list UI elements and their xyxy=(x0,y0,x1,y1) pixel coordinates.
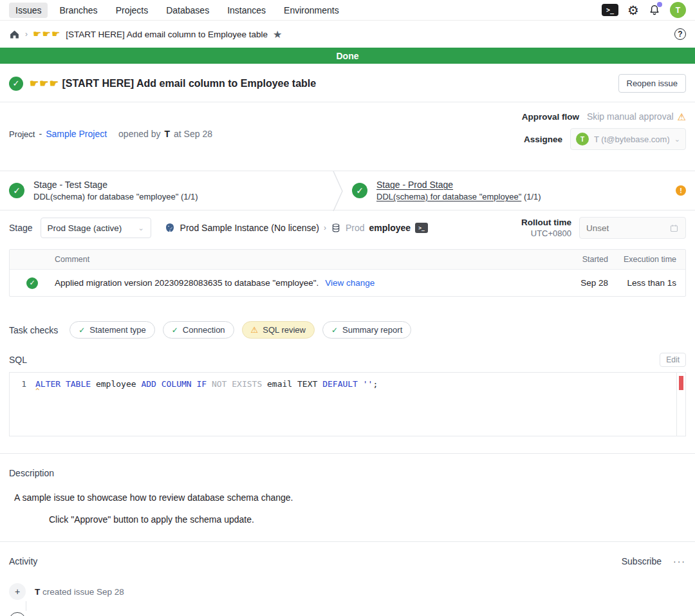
stage-title[interactable]: Stage - Prod Stage xyxy=(376,180,541,190)
sql-token: ALTER TABLE xyxy=(35,378,96,390)
sql-token: TEXT xyxy=(297,378,322,390)
database-icon xyxy=(331,223,341,233)
sql-label: SQL xyxy=(9,355,27,365)
star-icon[interactable]: ★ xyxy=(273,28,282,41)
issue-title: ☛☛☛ [START HERE] Add email column to Emp… xyxy=(30,77,316,89)
database-environment: Prod xyxy=(346,223,365,233)
warning-triangle-icon[interactable]: ⚠ xyxy=(678,112,686,122)
task-comment-table: Comment Started Execution time ✓ Applied… xyxy=(9,249,686,297)
check-pill-statement-type[interactable]: ✓ Statement type xyxy=(70,321,155,339)
opened-at: at Sep 28 xyxy=(174,129,212,139)
home-icon[interactable] xyxy=(9,29,20,40)
status-banner: Done xyxy=(0,48,695,64)
activity-timeline: + T created issue Sep 28 T rolled out Ta… xyxy=(0,566,695,616)
check-pill-connection[interactable]: ✓ Connection xyxy=(163,321,234,339)
help-icon[interactable]: ? xyxy=(674,28,686,40)
subscribe-button[interactable]: Subscribe xyxy=(622,556,662,566)
stage-subtitle-main: DDL(schema) for database "employee" xyxy=(33,192,178,201)
sql-editor-terminal-icon[interactable]: >_ xyxy=(602,4,618,16)
nav-item-branches[interactable]: Branches xyxy=(53,3,104,18)
topnav-right: >_ ⚙ T xyxy=(602,2,686,18)
row-started: Sep 28 xyxy=(566,278,617,288)
sql-token: DEFAULT xyxy=(322,378,363,390)
gear-icon[interactable]: ⚙ xyxy=(627,4,639,17)
activity-date: Sep 28 xyxy=(97,587,124,597)
chevron-right-icon: › xyxy=(324,223,326,232)
description-text: A sample issue to showcase how to review… xyxy=(14,492,686,503)
stage-texts: Stage - Prod Stage DDL(schema) for datab… xyxy=(376,180,541,201)
stage-card-test[interactable]: ✓ Stage - Test Stage DDL(schema) for dat… xyxy=(0,171,333,210)
view-change-link[interactable]: View change xyxy=(325,278,375,288)
breadcrumb-chevron-icon: › xyxy=(25,30,28,39)
rollout-time-input[interactable] xyxy=(586,223,664,233)
check-pill-label: Summary report xyxy=(342,325,402,335)
assignee-label: Assignee xyxy=(524,135,562,144)
instance-name[interactable]: Prod Sample Instance (No license) xyxy=(180,223,319,233)
approval-flow-text: Skip manual approval xyxy=(587,111,674,122)
check-warning-icon: ⚠ xyxy=(251,325,259,335)
assignee-row: Assignee T T (t@bytebase.com) ⌄ xyxy=(441,128,686,150)
editor-scrollbar[interactable] xyxy=(676,373,685,436)
col-comment: Comment xyxy=(55,255,566,264)
activity-header: Activity Subscribe ··· xyxy=(0,542,695,566)
approval-flow-value: Skip manual approval ⚠ xyxy=(587,111,686,122)
status-banner-label: Done xyxy=(337,51,359,61)
sql-section-header: SQL Edit xyxy=(0,339,695,372)
stage-alert-icon[interactable]: ! xyxy=(676,185,686,196)
created-icon: + xyxy=(9,583,26,600)
sql-token: NOT EXISTS xyxy=(212,378,267,390)
stage-select[interactable]: Prod Stage (active) ⌄ xyxy=(41,218,151,238)
edit-sql-button[interactable]: Edit xyxy=(660,353,686,367)
database-name[interactable]: employee xyxy=(369,223,411,233)
stage-selector-row: Stage Prod Stage (active) ⌄ Prod Sample … xyxy=(0,210,695,243)
notification-bell-icon[interactable] xyxy=(648,4,661,17)
assignee-select[interactable]: T T (t@bytebase.com) ⌄ xyxy=(570,128,686,150)
check-success-icon: ✓ xyxy=(172,326,178,335)
database-breadcrumb: Prod Sample Instance (No license) › Prod… xyxy=(164,222,429,234)
stage-done-check-icon: ✓ xyxy=(352,183,367,198)
nav-item-databases[interactable]: Databases xyxy=(160,3,216,18)
calendar-icon xyxy=(669,223,679,233)
row-comment: Applied migration version 20230928083635… xyxy=(55,278,566,288)
nav-item-instances[interactable]: Instances xyxy=(221,3,272,18)
check-pill-summary-report[interactable]: ✓ Summary report xyxy=(322,321,411,339)
stage-texts: Stage - Test Stage DDL(schema) for datab… xyxy=(33,180,198,201)
project-link[interactable]: Sample Project xyxy=(46,129,107,139)
assignee-value: T (t@bytebase.com) xyxy=(594,135,669,144)
user-avatar[interactable]: T xyxy=(670,2,686,18)
check-success-icon: ✓ xyxy=(331,326,338,335)
table-header: Comment Started Execution time xyxy=(10,250,685,269)
rollout-time-input-wrap xyxy=(579,217,686,239)
project-line: Project - Sample Project opened by T at … xyxy=(9,111,212,150)
stage-card-prod[interactable]: ✓ Stage - Prod Stage DDL(schema) for dat… xyxy=(343,171,676,210)
activity-item: T rolled out Task DDL(schema) for databa… xyxy=(9,612,686,616)
sql-editor-body[interactable]: 1ALTER TABLE employee ADD COLUMN IF NOT … xyxy=(10,373,676,436)
stage-chevron-divider xyxy=(333,171,343,210)
postgresql-icon xyxy=(164,222,176,234)
activity-user: T xyxy=(35,587,40,597)
notification-dot xyxy=(657,2,662,7)
reopen-issue-button[interactable]: Reopen issue xyxy=(618,74,687,93)
stage-subtitle-suffix: (1/1) xyxy=(178,192,198,201)
sql-editor[interactable]: 1ALTER TABLE employee ADD COLUMN IF NOT … xyxy=(9,372,686,436)
rollout-labels: Rollout time UTC+0800 xyxy=(521,218,571,238)
more-menu-icon[interactable]: ··· xyxy=(673,556,686,566)
nav-item-projects[interactable]: Projects xyxy=(109,3,155,18)
check-pill-sql-review[interactable]: ⚠ SQL review xyxy=(242,321,315,339)
check-pill-label: Connection xyxy=(183,325,225,335)
stage-select-value: Prod Stage (active) xyxy=(48,223,133,233)
nav-item-environments[interactable]: Environments xyxy=(277,3,346,18)
sql-token: '' xyxy=(363,378,373,390)
sql-token: ; xyxy=(373,378,378,390)
opened-by-user: T xyxy=(164,129,170,139)
stage-subtitle: DDL(schema) for database "employee" (1/1… xyxy=(33,192,198,201)
open-sql-editor-icon[interactable]: >_ xyxy=(415,223,428,233)
pointer-emoji: ☛☛☛ xyxy=(33,28,60,40)
breadcrumb-title[interactable]: [START HERE] Add email column to Employe… xyxy=(66,30,268,39)
nav-item-issues[interactable]: Issues xyxy=(9,3,48,18)
table-row: ✓ Applied migration version 202309280836… xyxy=(10,269,685,296)
stage-subtitle[interactable]: DDL(schema) for database "employee" (1/1… xyxy=(376,192,541,201)
chevron-down-icon: ⌄ xyxy=(138,224,144,232)
stage-subtitle-main[interactable]: DDL(schema) for database "employee" xyxy=(376,192,521,201)
stage-done-check-icon: ✓ xyxy=(9,183,24,198)
